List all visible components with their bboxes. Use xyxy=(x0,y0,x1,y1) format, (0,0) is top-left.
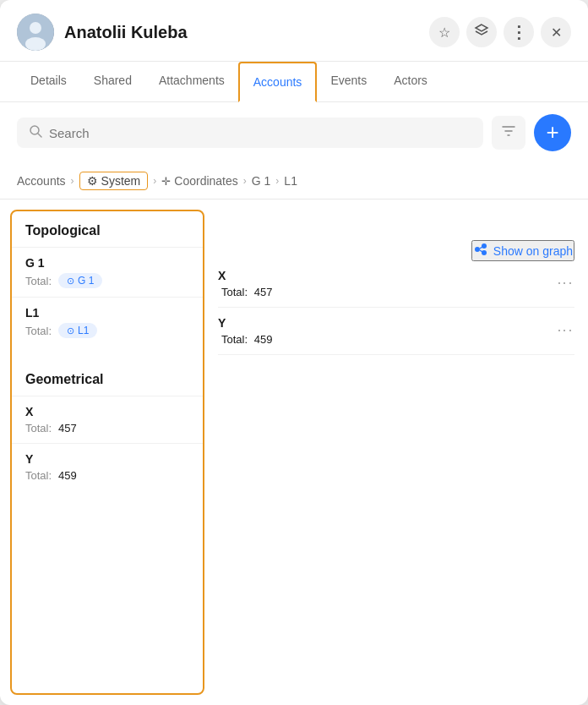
close-icon: ✕ xyxy=(551,25,562,41)
close-button[interactable]: ✕ xyxy=(541,17,571,47)
right-panel: Show on graph X Total: 457 ⋮ Y Total: 45… xyxy=(204,199,588,705)
star-icon: ☆ xyxy=(438,25,450,41)
search-input[interactable] xyxy=(49,126,471,140)
filter-button[interactable] xyxy=(492,116,525,150)
svg-point-1 xyxy=(30,22,41,34)
svg-line-8 xyxy=(480,247,482,249)
svg-line-9 xyxy=(480,250,482,252)
breadcrumb-system[interactable]: ⚙ System xyxy=(79,172,149,190)
page-title: Anatolii Kuleba xyxy=(64,23,429,42)
left-panel: Topological G 1 Total: ⊙ G 1 L1 Total: xyxy=(10,210,204,695)
svg-line-4 xyxy=(38,134,41,137)
add-button[interactable]: + xyxy=(534,114,571,151)
right-item-x: X Total: 457 ⋮ xyxy=(218,260,574,308)
layers-icon xyxy=(474,23,489,41)
breadcrumb-l1[interactable]: L1 xyxy=(284,174,297,188)
content-area: Topological G 1 Total: ⊙ G 1 L1 Total: xyxy=(0,199,588,705)
l1-badge: ⊙ L1 xyxy=(58,323,97,338)
geometrical-title: Geometrical xyxy=(12,360,203,396)
show-on-graph-button[interactable]: Show on graph xyxy=(471,240,574,261)
header: Anatolii Kuleba ☆ ⋮ ✕ xyxy=(0,0,588,62)
plus-icon: + xyxy=(546,121,558,143)
tab-accounts[interactable]: Accounts xyxy=(238,62,318,102)
x-more-button[interactable]: ⋮ xyxy=(556,276,574,292)
star-button[interactable]: ☆ xyxy=(429,17,460,47)
g1-total: Total: ⊙ G 1 xyxy=(25,273,189,288)
y-more-button[interactable]: ⋮ xyxy=(556,323,574,340)
svg-point-2 xyxy=(25,37,46,51)
right-x-label: X xyxy=(218,269,574,282)
gear-icon: ⚙ xyxy=(87,174,98,188)
tab-details[interactable]: Details xyxy=(17,62,80,102)
list-item-l1[interactable]: L1 Total: ⊙ L1 xyxy=(12,297,203,347)
right-item-y: Y Total: 459 ⋮ xyxy=(218,308,574,355)
tab-attachments[interactable]: Attachments xyxy=(145,62,238,102)
more-button[interactable]: ⋮ xyxy=(504,17,534,47)
crosshair-icon: ✛ xyxy=(161,175,171,188)
topological-section: Topological G 1 Total: ⊙ G 1 L1 Total: xyxy=(12,211,203,347)
more-icon: ⋮ xyxy=(510,22,528,42)
graph-icon xyxy=(473,242,488,260)
avatar xyxy=(17,14,54,51)
x-total: Total: 457 xyxy=(25,422,189,434)
g1-badge: ⊙ G 1 xyxy=(58,273,102,288)
l1-total: Total: ⊙ L1 xyxy=(25,323,189,338)
tab-shared[interactable]: Shared xyxy=(80,62,145,102)
svg-point-6 xyxy=(482,243,487,249)
svg-point-7 xyxy=(482,250,487,255)
main-panel: Anatolii Kuleba ☆ ⋮ ✕ Details xyxy=(0,0,588,705)
breadcrumb-sep-2: › xyxy=(153,175,156,187)
l1-label: L1 xyxy=(25,306,189,320)
target-icon: ⊙ xyxy=(67,276,74,287)
tab-events[interactable]: Events xyxy=(317,62,380,102)
tabs-bar: Details Shared Attachments Accounts Even… xyxy=(0,62,588,102)
breadcrumb-g1[interactable]: G 1 xyxy=(252,174,271,188)
geometrical-section: Geometrical X Total: 457 Y Total: 459 xyxy=(12,360,203,490)
search-icon xyxy=(29,124,42,141)
right-y-total: Total: 459 xyxy=(218,333,574,346)
list-item-y[interactable]: Y Total: 459 xyxy=(12,443,203,490)
search-wrapper xyxy=(17,118,483,148)
breadcrumb-sep-3: › xyxy=(243,175,247,187)
right-x-total: Total: 457 xyxy=(218,286,574,298)
breadcrumb: Accounts › ⚙ System › ✛ Coordinates › G … xyxy=(0,163,588,199)
breadcrumb-sep-4: › xyxy=(275,175,279,187)
breadcrumb-coordinates[interactable]: ✛ Coordinates xyxy=(161,174,238,188)
header-actions: ☆ ⋮ ✕ xyxy=(429,17,571,47)
right-y-label: Y xyxy=(218,316,574,330)
svg-point-5 xyxy=(475,247,480,252)
list-item-x[interactable]: X Total: 457 xyxy=(12,396,203,443)
section-gap xyxy=(12,347,203,360)
target-icon-l1: ⊙ xyxy=(67,325,74,336)
g1-label: G 1 xyxy=(25,256,189,270)
x-label: X xyxy=(25,405,189,418)
layers-button[interactable] xyxy=(466,17,497,47)
breadcrumb-sep-1: › xyxy=(71,175,74,187)
search-row: + xyxy=(0,102,588,163)
list-item-g1[interactable]: G 1 Total: ⊙ G 1 xyxy=(12,247,203,297)
breadcrumb-accounts[interactable]: Accounts xyxy=(17,174,66,188)
topological-title: Topological xyxy=(12,211,203,247)
tab-actors[interactable]: Actors xyxy=(380,62,441,102)
y-label: Y xyxy=(25,452,189,466)
y-total: Total: 459 xyxy=(25,469,189,482)
filter-icon xyxy=(501,123,516,142)
